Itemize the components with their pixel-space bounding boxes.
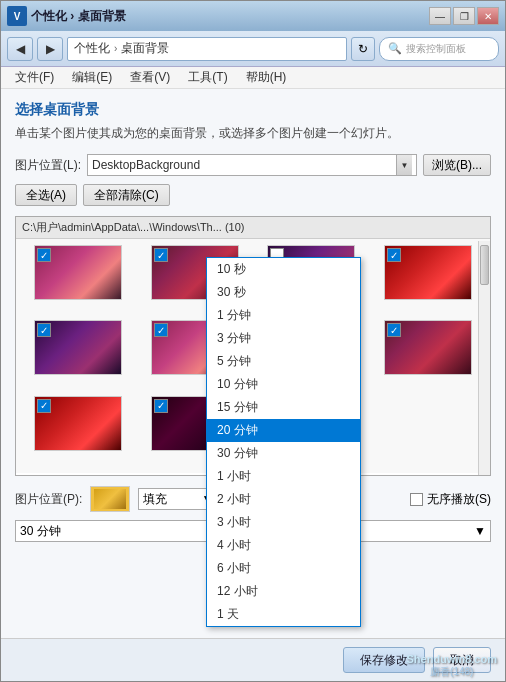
main-window: V 个性化 › 桌面背景 — ❐ ✕ ◀ ▶ 个性化 › 桌面背景 ↻ 🔍 搜索… [0,0,506,682]
select-all-button[interactable]: 全选(A) [15,184,77,206]
browse-button[interactable]: 浏览(B)... [423,154,491,176]
dropdown-item-10[interactable]: 2 小时 [207,488,360,511]
dropdown-item-1[interactable]: 30 秒 [207,281,360,304]
dropdown-item-8[interactable]: 30 分钟 [207,442,360,465]
image-checkbox-1[interactable]: ✓ [37,248,51,262]
menu-view[interactable]: 查看(V) [122,67,178,88]
image-checkbox-2[interactable]: ✓ [154,248,168,262]
menu-file[interactable]: 文件(F) [7,67,62,88]
refresh-button[interactable]: ↻ [351,37,375,61]
image-cell-5[interactable]: ✓ [22,320,135,391]
search-icon: 🔍 [388,42,402,55]
search-bar[interactable]: 🔍 搜索控制面板 [379,37,499,61]
dropdown-item-3[interactable]: 3 分钟 [207,327,360,350]
dropdown-item-9[interactable]: 1 小时 [207,465,360,488]
breadcrumb-sep: › [114,43,117,54]
image-thumb-1[interactable]: ✓ [34,245,122,300]
path-bar: C:\用户\admin\AppData\...\Windows\Th... (1… [16,217,490,239]
app-logo: V [7,6,27,26]
interval-dropdown[interactable]: 10 秒 30 秒 1 分钟 3 分钟 5 分钟 10 分钟 15 分钟 20 … [206,257,361,627]
menu-help[interactable]: 帮助(H) [238,67,295,88]
window-controls: — ❐ ✕ [429,7,499,25]
image-checkbox-9[interactable]: ✓ [37,399,51,413]
image-cell-4[interactable]: ✓ [372,245,485,316]
dropdown-item-0[interactable]: 10 秒 [207,258,360,281]
combo-arrow-icon: ▼ [396,155,412,175]
breadcrumb-part1: 个性化 [74,40,110,57]
image-checkbox-5[interactable]: ✓ [37,323,51,337]
clear-all-button[interactable]: 全部清除(C) [83,184,170,206]
position-value: 填充 [143,491,167,508]
back-button[interactable]: ◀ [7,37,33,61]
menu-tools[interactable]: 工具(T) [180,67,235,88]
image-checkbox-4[interactable]: ✓ [387,248,401,262]
position-preview-image [94,489,126,509]
scrollbar-thumb[interactable] [480,245,489,285]
content-area: 选择桌面背景 单击某个图片使其成为您的桌面背景，或选择多个图片创建一个幻灯片。 … [1,89,505,638]
image-thumb-8[interactable]: ✓ [384,320,472,375]
shuffle-checkbox[interactable] [410,493,423,506]
minimize-button[interactable]: — [429,7,451,25]
dropdown-item-6[interactable]: 15 分钟 [207,396,360,419]
image-location-label: 图片位置(L): [15,157,81,174]
shuffle-label: 无序播放(S) [427,491,491,508]
image-cell-8[interactable]: ✓ [372,320,485,391]
interval-combo-arrow: ▼ [474,524,486,538]
close-button[interactable]: ✕ [477,7,499,25]
search-placeholder: 搜索控制面板 [406,42,466,56]
dropdown-item-2[interactable]: 1 分钟 [207,304,360,327]
page-description: 单击某个图片使其成为您的桌面背景，或选择多个图片创建一个幻灯片。 [15,125,491,142]
toolbar: ◀ ▶ 个性化 › 桌面背景 ↻ 🔍 搜索控制面板 [1,31,505,67]
interval-value: 30 分钟 [20,523,61,540]
breadcrumb-part2: 桌面背景 [121,40,169,57]
title-bar: V 个性化 › 桌面背景 — ❐ ✕ [1,1,505,31]
position-preview [90,486,130,512]
cancel-button[interactable]: 取消 [433,647,491,673]
image-location-value: DesktopBackground [92,158,396,172]
menu-bar: 文件(F) 编辑(E) 查看(V) 工具(T) 帮助(H) [1,67,505,89]
shuffle-section: 无序播放(S) [410,491,491,508]
image-cell-9[interactable]: ✓ [22,396,135,467]
image-checkbox-6[interactable]: ✓ [154,323,168,337]
dropdown-item-7[interactable]: 20 分钟 [207,419,360,442]
image-checkbox-8[interactable]: ✓ [387,323,401,337]
forward-button[interactable]: ▶ [37,37,63,61]
restore-button[interactable]: ❐ [453,7,475,25]
dropdown-item-14[interactable]: 12 小时 [207,580,360,603]
image-thumb-4[interactable]: ✓ [384,245,472,300]
window-title: 个性化 › 桌面背景 [31,8,429,25]
image-location-row: 图片位置(L): DesktopBackground ▼ 浏览(B)... [15,154,491,176]
dropdown-item-13[interactable]: 6 小时 [207,557,360,580]
dropdown-item-15[interactable]: 1 天 [207,603,360,626]
image-thumb-5[interactable]: ✓ [34,320,122,375]
page-title: 选择桌面背景 [15,101,491,119]
dropdown-item-5[interactable]: 10 分钟 [207,373,360,396]
image-location-combo[interactable]: DesktopBackground ▼ [87,154,417,176]
dropdown-item-11[interactable]: 3 小时 [207,511,360,534]
menu-edit[interactable]: 编辑(E) [64,67,120,88]
selection-buttons-row: 全选(A) 全部清除(C) [15,184,491,206]
footer: 保存修改 取消 [1,638,505,681]
image-checkbox-10[interactable]: ✓ [154,399,168,413]
dropdown-item-4[interactable]: 5 分钟 [207,350,360,373]
breadcrumb: 个性化 › 桌面背景 [67,37,347,61]
image-cell-1[interactable]: ✓ [22,245,135,316]
image-thumb-9[interactable]: ✓ [34,396,122,451]
position-label: 图片位置(P): [15,491,82,508]
scrollbar-track [478,241,490,475]
save-button[interactable]: 保存修改 [343,647,425,673]
dropdown-item-12[interactable]: 4 小时 [207,534,360,557]
